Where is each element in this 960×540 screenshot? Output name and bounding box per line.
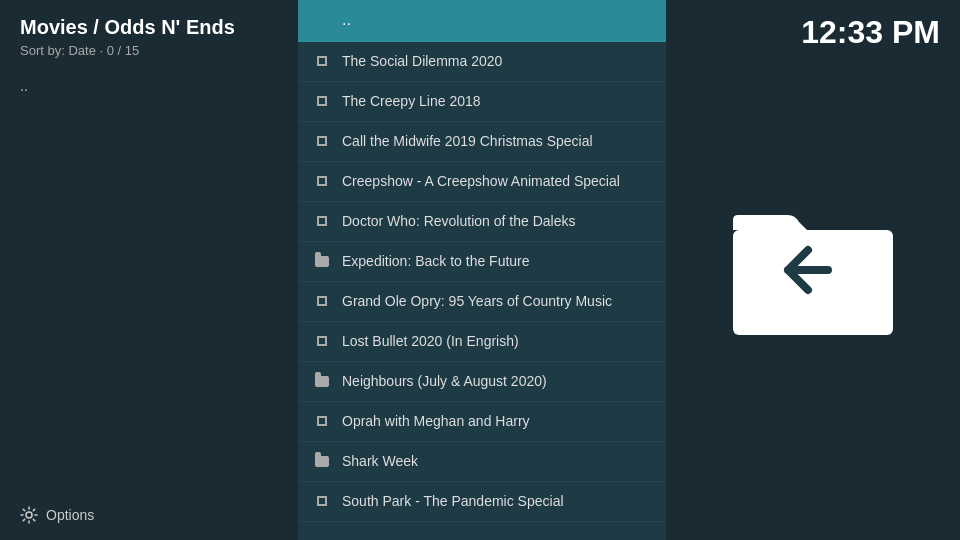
file-icon: [314, 413, 330, 429]
list-item[interactable]: Call the Midwife 2019 Christmas Special: [298, 122, 666, 162]
item-label: Lost Bullet 2020 (In Engrish): [342, 332, 519, 350]
item-label: The Social Dilemma 2020: [342, 52, 502, 70]
list-item[interactable]: Grand Ole Opry: 95 Years of Country Musi…: [298, 282, 666, 322]
page-title: Movies / Odds N' Ends: [20, 16, 278, 39]
list-item[interactable]: Shark Week: [298, 442, 666, 482]
gear-icon: [20, 506, 38, 524]
item-label: Shark Week: [342, 452, 418, 470]
parent-icon: [314, 12, 330, 28]
clock-display: 12:33 PM: [801, 14, 940, 51]
sort-info: Sort by: Date · 0 / 15: [20, 43, 278, 58]
item-label: Creepshow - A Creepshow Animated Special: [342, 172, 620, 190]
file-icon: [314, 333, 330, 349]
file-icon: [314, 93, 330, 109]
media-list: .. The Social Dilemma 2020The Creepy Lin…: [298, 0, 666, 540]
list-item[interactable]: South Park - The Pandemic Special: [298, 482, 666, 522]
item-label: The Creepy Line 2018: [342, 92, 481, 110]
options-button[interactable]: Options: [20, 506, 94, 524]
file-icon: [314, 53, 330, 69]
item-label: Expedition: Back to the Future: [342, 252, 530, 270]
list-item[interactable]: Doctor Who: Revolution of the Daleks: [298, 202, 666, 242]
item-label: Doctor Who: Revolution of the Daleks: [342, 212, 575, 230]
parent-label: ..: [342, 10, 351, 31]
list-item[interactable]: The Social Dilemma 2020: [298, 42, 666, 82]
svg-point-0: [26, 512, 32, 518]
list-item[interactable]: Creepshow - A Creepshow Animated Special: [298, 162, 666, 202]
list-item[interactable]: The Creepy Line 2018: [298, 82, 666, 122]
file-icon: [314, 493, 330, 509]
file-icon: [314, 133, 330, 149]
item-label: Oprah with Meghan and Harry: [342, 412, 530, 430]
list-item[interactable]: Oprah with Meghan and Harry: [298, 402, 666, 442]
list-item[interactable]: Expedition: Back to the Future: [298, 242, 666, 282]
item-label: Neighbours (July & August 2020): [342, 372, 547, 390]
list-item[interactable]: Lost Bullet 2020 (In Engrish): [298, 322, 666, 362]
file-icon: [314, 293, 330, 309]
sidebar-back: ..: [20, 78, 278, 94]
list-item-parent[interactable]: ..: [298, 0, 666, 42]
item-label: Call the Midwife 2019 Christmas Special: [342, 132, 593, 150]
folder-icon: [314, 373, 330, 389]
right-panel: 12:33 PM: [666, 0, 960, 540]
options-label: Options: [46, 507, 94, 523]
file-icon: [314, 213, 330, 229]
folder-back-icon: [723, 195, 903, 345]
folder-icon-svg: [723, 195, 903, 345]
sidebar: Movies / Odds N' Ends Sort by: Date · 0 …: [0, 0, 298, 540]
folder-icon: [314, 453, 330, 469]
folder-icon: [314, 253, 330, 269]
item-label: Grand Ole Opry: 95 Years of Country Musi…: [342, 292, 612, 310]
svg-rect-1: [733, 230, 893, 335]
list-item[interactable]: Neighbours (July & August 2020): [298, 362, 666, 402]
item-label: South Park - The Pandemic Special: [342, 492, 564, 510]
file-icon: [314, 173, 330, 189]
